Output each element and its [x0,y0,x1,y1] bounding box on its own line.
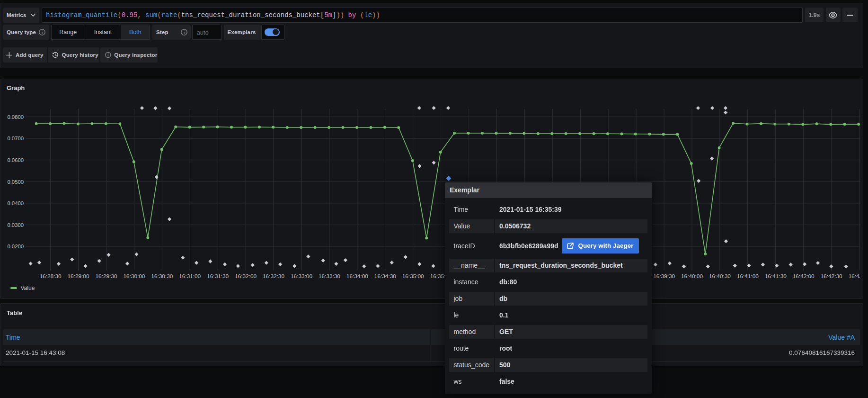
svg-text:16:28:30: 16:28:30 [40,273,62,280]
svg-text:16:30:30: 16:30:30 [151,273,173,280]
svg-text:16:29:30: 16:29:30 [96,273,117,280]
svg-text:16:43:00: 16:43:00 [849,273,860,280]
svg-text:16:35:00: 16:35:00 [402,273,424,280]
svg-text:0.0300: 0.0300 [7,222,24,228]
svg-text:16:30:00: 16:30:00 [123,273,145,280]
svg-text:16:34:00: 16:34:00 [346,273,368,280]
svg-text:16:40:00: 16:40:00 [681,273,703,280]
svg-text:0.0800: 0.0800 [7,114,24,120]
svg-text:0.0700: 0.0700 [7,136,24,141]
svg-text:16:33:30: 16:33:30 [319,273,340,280]
svg-text:16:42:30: 16:42:30 [821,273,842,280]
svg-text:16:34:30: 16:34:30 [374,273,396,280]
svg-text:0.0600: 0.0600 [7,157,24,163]
svg-text:16:42:00: 16:42:00 [793,273,815,280]
svg-text:16:29:00: 16:29:00 [68,273,89,280]
svg-text:0.0200: 0.0200 [7,244,24,249]
svg-text:16:41:00: 16:41:00 [737,273,759,280]
svg-text:16:41:30: 16:41:30 [765,273,787,280]
svg-text:16:32:30: 16:32:30 [263,273,284,280]
svg-text:0.0400: 0.0400 [7,200,24,206]
svg-text:16:39:30: 16:39:30 [653,273,675,280]
svg-text:16:31:30: 16:31:30 [207,273,229,280]
svg-text:16:31:00: 16:31:00 [179,273,201,280]
svg-text:16:33:00: 16:33:00 [291,273,312,280]
svg-text:0.0500: 0.0500 [7,179,24,185]
svg-text:16:32:00: 16:32:00 [235,273,257,280]
svg-text:16:40:30: 16:40:30 [709,273,731,280]
